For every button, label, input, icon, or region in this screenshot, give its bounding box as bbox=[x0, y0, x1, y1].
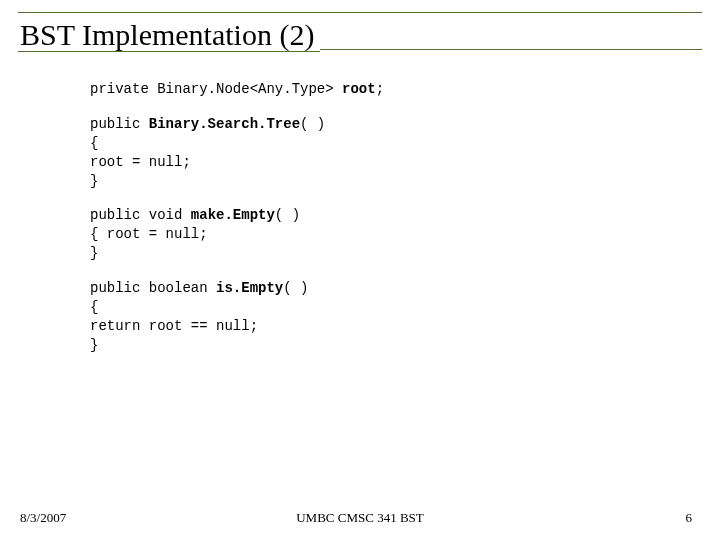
code-text: } bbox=[90, 245, 98, 261]
code-text: ( ) bbox=[300, 116, 325, 132]
code-text: { root = null; bbox=[90, 226, 208, 242]
title-area: BST Implementation (2) bbox=[18, 12, 702, 52]
code-text: ( ) bbox=[275, 207, 300, 223]
code-text: ; bbox=[376, 81, 384, 97]
code-text: private Binary.Node<Any.Type> bbox=[90, 81, 342, 97]
code-text: } bbox=[90, 173, 98, 189]
code-block-makeempty: public void make.Empty( ) { root = null;… bbox=[90, 206, 680, 263]
title-line: BST Implementation (2) bbox=[18, 15, 702, 52]
code-text: { bbox=[90, 299, 98, 315]
page-title: BST Implementation (2) bbox=[18, 15, 320, 52]
footer-center: UMBC CMSC 341 BST bbox=[0, 510, 720, 526]
top-rule bbox=[18, 12, 702, 13]
code-bold: root bbox=[342, 81, 376, 97]
code-text: public void bbox=[90, 207, 191, 223]
code-line-root-decl: private Binary.Node<Any.Type> root; bbox=[90, 80, 680, 99]
code-bold: is.Empty bbox=[216, 280, 283, 296]
code-bold: Binary.Search.Tree bbox=[149, 116, 300, 132]
code-text: } bbox=[90, 337, 98, 353]
code-block-isempty: public boolean is.Empty( ) { return root… bbox=[90, 279, 680, 355]
footer: 8/3/2007 UMBC CMSC 341 BST 6 bbox=[0, 508, 720, 526]
code-text: ( ) bbox=[283, 280, 308, 296]
code-text: public boolean bbox=[90, 280, 216, 296]
code-text: { bbox=[90, 135, 98, 151]
code-text: public bbox=[90, 116, 149, 132]
code-text: return root == null; bbox=[90, 318, 258, 334]
code-block-constructor: public Binary.Search.Tree( ) { root = nu… bbox=[90, 115, 680, 191]
footer-page-number: 6 bbox=[686, 510, 693, 526]
code-bold: make.Empty bbox=[191, 207, 275, 223]
code-body: private Binary.Node<Any.Type> root; publ… bbox=[90, 80, 680, 371]
title-rule-extension bbox=[320, 49, 702, 50]
code-text: root = null; bbox=[90, 154, 191, 170]
